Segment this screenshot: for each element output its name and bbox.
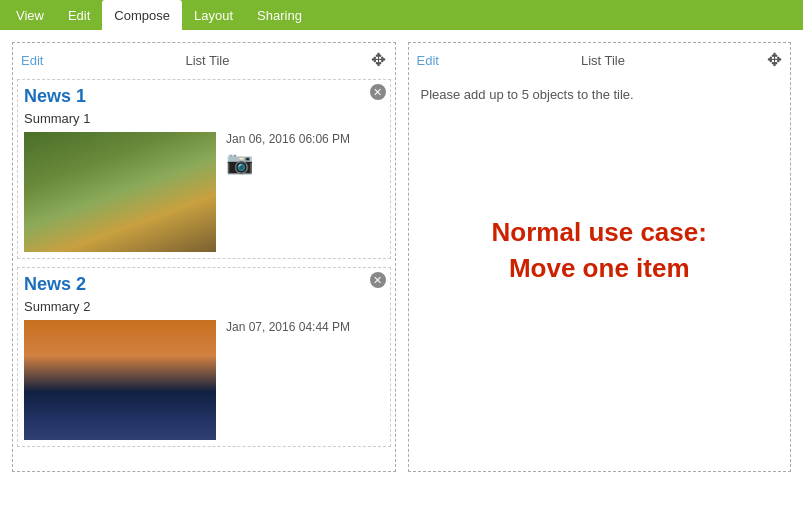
news-item-1-close[interactable]: ✕	[370, 84, 386, 100]
right-tile-label: List Tile	[581, 53, 625, 68]
top-navigation: View Edit Compose Layout Sharing	[0, 0, 803, 30]
news-item-2-media: Jan 07, 2016 04:44 PM	[24, 320, 384, 440]
nav-edit[interactable]: Edit	[56, 0, 102, 30]
right-move-icon[interactable]: ✥	[767, 49, 782, 71]
left-edit-link[interactable]: Edit	[21, 53, 43, 68]
news-item-2-meta: Jan 07, 2016 04:44 PM	[226, 320, 350, 334]
normal-use-case-text: Normal use case: Move one item	[492, 214, 707, 287]
news-item-2-image	[24, 320, 216, 440]
normal-use-case-line2: Move one item	[509, 253, 690, 283]
news-item-1-meta: Jan 06, 2016 06:06 PM 📷	[226, 132, 350, 176]
right-edit-link[interactable]: Edit	[417, 53, 439, 68]
news-item-1: ✕ News 1 Summary 1 Jan 06, 2016 06:06 PM…	[17, 79, 391, 259]
left-tile-label: List Tile	[185, 53, 229, 68]
nav-layout[interactable]: Layout	[182, 0, 245, 30]
left-move-icon[interactable]: ✥	[371, 49, 386, 71]
news-item-2-summary: Summary 2	[24, 299, 384, 314]
main-content: Edit List Tile ✥ ✕ News 1 Summary 1 Jan …	[0, 30, 803, 484]
left-tile-panel: Edit List Tile ✥ ✕ News 1 Summary 1 Jan …	[12, 42, 396, 472]
news-item-2-date: Jan 07, 2016 04:44 PM	[226, 320, 350, 334]
news-item-2-close[interactable]: ✕	[370, 272, 386, 288]
nav-compose[interactable]: Compose	[102, 0, 182, 30]
right-tile-header: Edit List Tile ✥	[413, 47, 787, 73]
sailboat-image	[24, 320, 216, 440]
nav-sharing[interactable]: Sharing	[245, 0, 314, 30]
camera-icon-1: 📷	[226, 150, 350, 176]
news-item-1-media: Jan 06, 2016 06:06 PM 📷	[24, 132, 384, 252]
normal-use-case-section: Normal use case: Move one item	[413, 110, 787, 390]
nav-view[interactable]: View	[4, 0, 56, 30]
left-tile-header: Edit List Tile ✥	[17, 47, 391, 73]
news-item-1-image	[24, 132, 216, 252]
news-item-1-date: Jan 06, 2016 06:06 PM	[226, 132, 350, 146]
news-item-2: ✕ News 2 Summary 2 Jan 07, 2016 04:44 PM	[17, 267, 391, 447]
add-objects-message: Please add up to 5 objects to the tile.	[413, 79, 787, 110]
normal-use-case-line1: Normal use case:	[492, 217, 707, 247]
news-item-2-title: News 2	[24, 274, 384, 295]
news-item-1-summary: Summary 1	[24, 111, 384, 126]
right-tile-panel: Edit List Tile ✥ Please add up to 5 obje…	[408, 42, 792, 472]
squirrels-image	[24, 132, 216, 252]
news-item-1-title: News 1	[24, 86, 384, 107]
